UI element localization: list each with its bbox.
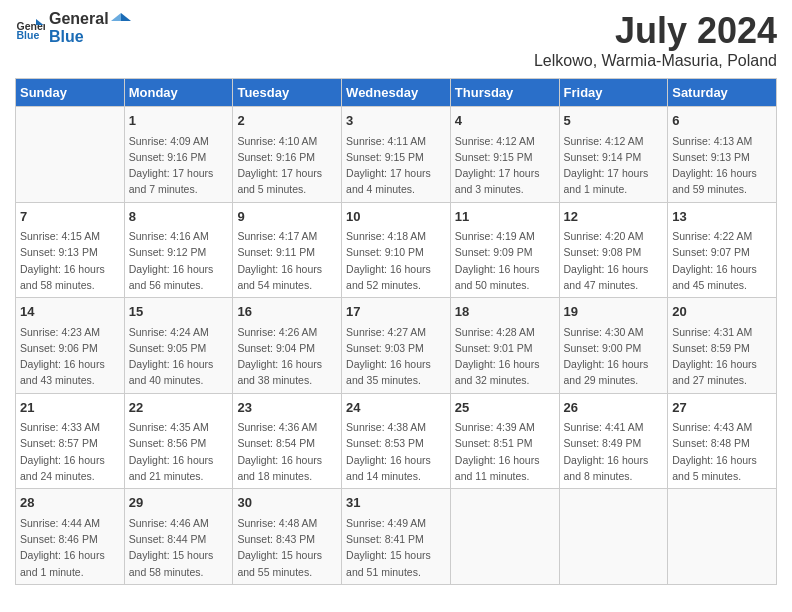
table-row: 24Sunrise: 4:38 AM Sunset: 8:53 PM Dayli…	[342, 393, 451, 489]
day-number: 30	[237, 493, 337, 513]
day-number: 23	[237, 398, 337, 418]
table-row: 13Sunrise: 4:22 AM Sunset: 9:07 PM Dayli…	[668, 202, 777, 298]
col-sunday: Sunday	[16, 79, 125, 107]
day-info: Sunrise: 4:36 AM Sunset: 8:54 PM Dayligh…	[237, 419, 337, 484]
main-title: July 2024	[534, 10, 777, 52]
day-number: 4	[455, 111, 555, 131]
table-row: 22Sunrise: 4:35 AM Sunset: 8:56 PM Dayli…	[124, 393, 233, 489]
day-info: Sunrise: 4:24 AM Sunset: 9:05 PM Dayligh…	[129, 324, 229, 389]
subtitle: Lelkowo, Warmia-Masuria, Poland	[534, 52, 777, 70]
day-info: Sunrise: 4:43 AM Sunset: 8:48 PM Dayligh…	[672, 419, 772, 484]
day-info: Sunrise: 4:28 AM Sunset: 9:01 PM Dayligh…	[455, 324, 555, 389]
day-info: Sunrise: 4:09 AM Sunset: 9:16 PM Dayligh…	[129, 133, 229, 198]
day-number: 10	[346, 207, 446, 227]
table-row: 19Sunrise: 4:30 AM Sunset: 9:00 PM Dayli…	[559, 298, 668, 394]
col-friday: Friday	[559, 79, 668, 107]
table-row: 18Sunrise: 4:28 AM Sunset: 9:01 PM Dayli…	[450, 298, 559, 394]
col-saturday: Saturday	[668, 79, 777, 107]
day-info: Sunrise: 4:30 AM Sunset: 9:00 PM Dayligh…	[564, 324, 664, 389]
day-number: 27	[672, 398, 772, 418]
table-row: 1Sunrise: 4:09 AM Sunset: 9:16 PM Daylig…	[124, 107, 233, 203]
day-number: 8	[129, 207, 229, 227]
table-row: 8Sunrise: 4:16 AM Sunset: 9:12 PM Daylig…	[124, 202, 233, 298]
logo-bird-icon	[111, 11, 131, 27]
day-info: Sunrise: 4:48 AM Sunset: 8:43 PM Dayligh…	[237, 515, 337, 580]
table-row: 5Sunrise: 4:12 AM Sunset: 9:14 PM Daylig…	[559, 107, 668, 203]
day-info: Sunrise: 4:31 AM Sunset: 8:59 PM Dayligh…	[672, 324, 772, 389]
day-number: 11	[455, 207, 555, 227]
day-info: Sunrise: 4:11 AM Sunset: 9:15 PM Dayligh…	[346, 133, 446, 198]
svg-marker-3	[121, 13, 131, 21]
day-number: 28	[20, 493, 120, 513]
day-number: 3	[346, 111, 446, 131]
table-row: 30Sunrise: 4:48 AM Sunset: 8:43 PM Dayli…	[233, 489, 342, 585]
table-row: 17Sunrise: 4:27 AM Sunset: 9:03 PM Dayli…	[342, 298, 451, 394]
day-number: 29	[129, 493, 229, 513]
day-info: Sunrise: 4:17 AM Sunset: 9:11 PM Dayligh…	[237, 228, 337, 293]
day-number: 5	[564, 111, 664, 131]
calendar-header-row: Sunday Monday Tuesday Wednesday Thursday…	[16, 79, 777, 107]
table-row: 11Sunrise: 4:19 AM Sunset: 9:09 PM Dayli…	[450, 202, 559, 298]
table-row: 29Sunrise: 4:46 AM Sunset: 8:44 PM Dayli…	[124, 489, 233, 585]
day-number: 14	[20, 302, 120, 322]
day-info: Sunrise: 4:13 AM Sunset: 9:13 PM Dayligh…	[672, 133, 772, 198]
table-row: 16Sunrise: 4:26 AM Sunset: 9:04 PM Dayli…	[233, 298, 342, 394]
day-info: Sunrise: 4:35 AM Sunset: 8:56 PM Dayligh…	[129, 419, 229, 484]
title-section: July 2024 Lelkowo, Warmia-Masuria, Polan…	[534, 10, 777, 70]
calendar-week-row: 1Sunrise: 4:09 AM Sunset: 9:16 PM Daylig…	[16, 107, 777, 203]
day-number: 1	[129, 111, 229, 131]
day-number: 26	[564, 398, 664, 418]
logo-blue-text: Blue	[49, 28, 131, 46]
day-number: 6	[672, 111, 772, 131]
day-info: Sunrise: 4:39 AM Sunset: 8:51 PM Dayligh…	[455, 419, 555, 484]
svg-text:Blue: Blue	[17, 28, 40, 40]
table-row: 27Sunrise: 4:43 AM Sunset: 8:48 PM Dayli…	[668, 393, 777, 489]
logo: General Blue General Blue	[15, 10, 131, 45]
day-info: Sunrise: 4:18 AM Sunset: 9:10 PM Dayligh…	[346, 228, 446, 293]
day-info: Sunrise: 4:49 AM Sunset: 8:41 PM Dayligh…	[346, 515, 446, 580]
day-info: Sunrise: 4:33 AM Sunset: 8:57 PM Dayligh…	[20, 419, 120, 484]
col-wednesday: Wednesday	[342, 79, 451, 107]
table-row: 14Sunrise: 4:23 AM Sunset: 9:06 PM Dayli…	[16, 298, 125, 394]
table-row	[559, 489, 668, 585]
day-info: Sunrise: 4:38 AM Sunset: 8:53 PM Dayligh…	[346, 419, 446, 484]
table-row	[450, 489, 559, 585]
day-info: Sunrise: 4:23 AM Sunset: 9:06 PM Dayligh…	[20, 324, 120, 389]
day-info: Sunrise: 4:27 AM Sunset: 9:03 PM Dayligh…	[346, 324, 446, 389]
day-info: Sunrise: 4:22 AM Sunset: 9:07 PM Dayligh…	[672, 228, 772, 293]
day-number: 16	[237, 302, 337, 322]
logo-general-text: General	[49, 10, 131, 28]
logo-icon: General Blue	[15, 13, 45, 43]
col-thursday: Thursday	[450, 79, 559, 107]
table-row: 9Sunrise: 4:17 AM Sunset: 9:11 PM Daylig…	[233, 202, 342, 298]
col-monday: Monday	[124, 79, 233, 107]
day-info: Sunrise: 4:15 AM Sunset: 9:13 PM Dayligh…	[20, 228, 120, 293]
day-info: Sunrise: 4:10 AM Sunset: 9:16 PM Dayligh…	[237, 133, 337, 198]
day-number: 20	[672, 302, 772, 322]
table-row	[16, 107, 125, 203]
day-number: 13	[672, 207, 772, 227]
day-number: 21	[20, 398, 120, 418]
svg-marker-4	[111, 13, 121, 21]
table-row: 7Sunrise: 4:15 AM Sunset: 9:13 PM Daylig…	[16, 202, 125, 298]
table-row: 3Sunrise: 4:11 AM Sunset: 9:15 PM Daylig…	[342, 107, 451, 203]
table-row: 25Sunrise: 4:39 AM Sunset: 8:51 PM Dayli…	[450, 393, 559, 489]
day-info: Sunrise: 4:16 AM Sunset: 9:12 PM Dayligh…	[129, 228, 229, 293]
day-info: Sunrise: 4:12 AM Sunset: 9:15 PM Dayligh…	[455, 133, 555, 198]
day-number: 18	[455, 302, 555, 322]
calendar-week-row: 28Sunrise: 4:44 AM Sunset: 8:46 PM Dayli…	[16, 489, 777, 585]
day-number: 17	[346, 302, 446, 322]
table-row: 21Sunrise: 4:33 AM Sunset: 8:57 PM Dayli…	[16, 393, 125, 489]
table-row: 15Sunrise: 4:24 AM Sunset: 9:05 PM Dayli…	[124, 298, 233, 394]
day-number: 22	[129, 398, 229, 418]
table-row: 4Sunrise: 4:12 AM Sunset: 9:15 PM Daylig…	[450, 107, 559, 203]
day-info: Sunrise: 4:12 AM Sunset: 9:14 PM Dayligh…	[564, 133, 664, 198]
table-row: 23Sunrise: 4:36 AM Sunset: 8:54 PM Dayli…	[233, 393, 342, 489]
day-number: 7	[20, 207, 120, 227]
calendar-week-row: 21Sunrise: 4:33 AM Sunset: 8:57 PM Dayli…	[16, 393, 777, 489]
day-number: 15	[129, 302, 229, 322]
table-row: 10Sunrise: 4:18 AM Sunset: 9:10 PM Dayli…	[342, 202, 451, 298]
table-row: 28Sunrise: 4:44 AM Sunset: 8:46 PM Dayli…	[16, 489, 125, 585]
day-number: 9	[237, 207, 337, 227]
col-tuesday: Tuesday	[233, 79, 342, 107]
